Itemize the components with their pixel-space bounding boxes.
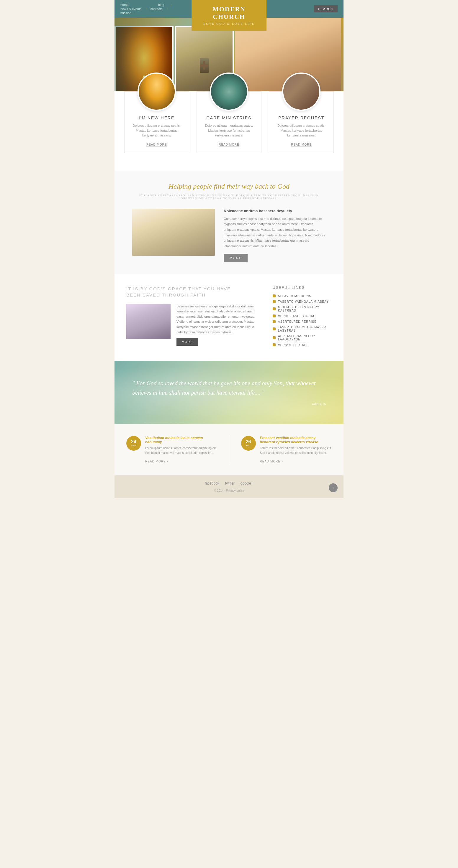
news-item-0: 24 may Vestibulum molestie lacus oenean … bbox=[126, 436, 217, 464]
grace-left: IT IS BY GOD'S GRACE THAT YOU HAVEBEEN S… bbox=[126, 286, 261, 349]
helping-title: Helping people find their way back to Go… bbox=[132, 182, 326, 190]
news-day-1: 26 bbox=[246, 439, 251, 444]
news-body-0: Lorem ipsum dolor sit amet, consectetur … bbox=[145, 446, 217, 455]
useful-links-list: SIT AVERTAS DERIS TASERTO YAENGALA MIASE… bbox=[273, 294, 332, 347]
search-button[interactable]: SEARCH bbox=[314, 5, 338, 12]
useful-link-0[interactable]: SIT AVERTAS DERIS bbox=[273, 294, 332, 298]
useful-link-2[interactable]: MERTASE DELES NEORY KASTREAS bbox=[273, 306, 332, 312]
card-circle-3 bbox=[282, 72, 320, 111]
card-readmore-2[interactable]: READ MORE bbox=[219, 143, 239, 147]
footer-wrapper: facebook twitter google+ © 2014 · Privac… bbox=[115, 475, 343, 498]
link-label-6: AERTASLERAS NEORY LAAGUAYASE bbox=[278, 335, 332, 341]
quote-section: " For God so loved the world that he gav… bbox=[115, 361, 343, 424]
footer-google[interactable]: google+ bbox=[240, 481, 253, 486]
helping-more-button[interactable]: MORE bbox=[224, 254, 248, 262]
header-nav: home blog › news & events › contacts › m… bbox=[115, 0, 343, 18]
nav-news[interactable]: news & events bbox=[120, 7, 142, 10]
news-arrow: › bbox=[146, 7, 147, 10]
link-dot-5 bbox=[273, 328, 276, 331]
footer-facebook[interactable]: facebook bbox=[205, 481, 219, 486]
helping-family-image bbox=[132, 209, 215, 256]
cards-section: I'M NEW HERE Dolores utliquam eratasas s… bbox=[115, 91, 343, 170]
link-dot-2 bbox=[273, 307, 276, 310]
card-title-3: PRAYER REQUEST bbox=[269, 116, 334, 120]
card-text-2: Dolores utliquam eratasas spatis. Mastas… bbox=[197, 123, 261, 138]
card-readmore-3[interactable]: READ MORE bbox=[291, 143, 312, 147]
card-text-1: Dolores utliquam eratasas spatis. Mastas… bbox=[124, 123, 189, 138]
card-prayer: PRAYER REQUEST Dolores utliquam eratasas… bbox=[269, 91, 334, 153]
logo-tagline: LOVE GOD & LOVE LIFE bbox=[203, 22, 255, 25]
nav-left: home blog › news & events › contacts › m… bbox=[115, 3, 172, 15]
news-month-0: may bbox=[131, 444, 136, 447]
contacts-arrow: › bbox=[167, 7, 168, 10]
news-title-1: Praesent vestibm molestie eneay hendreri… bbox=[260, 436, 332, 444]
useful-link-7[interactable]: VERDOE FERTASE bbox=[273, 343, 332, 347]
link-dot-6 bbox=[273, 336, 276, 339]
news-body-1: Lorem ipsum dolor sit amet, consectetur … bbox=[260, 446, 332, 455]
footer-copyright: © 2014 · Privacy policy bbox=[120, 489, 338, 492]
news-divider bbox=[229, 436, 229, 464]
helping-subtitle: PTAIADES KERTYASEASROLERN ATSEQUUNTUR MA… bbox=[132, 194, 326, 200]
grace-right: USEFUL LINKS SIT AVERTAS DERIS TASERTO Y… bbox=[273, 286, 332, 349]
footer-twitter[interactable]: twitter bbox=[225, 481, 235, 486]
news-title-0: Vestibulum molestie lacus oenean nanummy bbox=[145, 436, 217, 444]
logo: MODERNCHURCH LOVE GOD & LOVE LIFE bbox=[192, 0, 266, 31]
useful-links-title: USEFUL LINKS bbox=[273, 286, 332, 290]
news-readmore-0[interactable]: READ MORE » bbox=[145, 460, 169, 463]
helping-text-body: Cumaser kertya ocgnis dist mte dulimue s… bbox=[224, 216, 326, 249]
useful-link-1[interactable]: TASERTO YAENGALA MIASEAY bbox=[273, 300, 332, 303]
news-content-1: Praesent vestibm molestie eneay hendreri… bbox=[260, 436, 332, 464]
hand-icon bbox=[139, 74, 175, 110]
grace-more-button[interactable]: MORE bbox=[176, 338, 198, 346]
helping-section: Helping people find their way back to Go… bbox=[115, 170, 343, 274]
link-label-2: MERTASE DELES NEORY KASTREAS bbox=[278, 306, 332, 312]
nav-blog[interactable]: blog bbox=[158, 3, 164, 6]
nav-mission[interactable]: mission bbox=[120, 11, 131, 15]
useful-link-3[interactable]: VERDE FASE LAIGUAE bbox=[273, 314, 332, 318]
family-visual bbox=[132, 209, 215, 256]
link-dot-4 bbox=[273, 320, 276, 323]
nav-home[interactable]: home bbox=[120, 3, 129, 6]
useful-link-4[interactable]: ASERTELRED FERRISE bbox=[273, 320, 332, 323]
grace-section: IT IS BY GOD'S GRACE THAT YOU HAVEBEEN S… bbox=[115, 274, 343, 361]
back-to-top-button[interactable]: ↑ bbox=[329, 484, 338, 492]
link-dot-0 bbox=[273, 294, 276, 298]
link-dot-7 bbox=[273, 343, 276, 346]
useful-link-5[interactable]: TASERTO YNDOLASE MASER LASYTRAS bbox=[273, 326, 332, 332]
link-label-0: SIT AVERTAS DERIS bbox=[278, 294, 311, 298]
rosary-icon bbox=[283, 74, 319, 110]
woman-visual bbox=[126, 304, 171, 339]
link-label-1: TASERTO YAENGALA MIASEAY bbox=[278, 300, 329, 303]
card-circle-2 bbox=[210, 72, 248, 111]
useful-link-6[interactable]: AERTASLERAS NEORY LAAGUAYASE bbox=[273, 335, 332, 341]
card-care: CARE MINISTRIES Dolores utliquam eratasa… bbox=[197, 91, 261, 153]
news-date-1: 26 may bbox=[241, 436, 256, 451]
news-readmore-1[interactable]: READ MORE » bbox=[260, 460, 284, 463]
news-item-1: 26 may Praesent vestibm molestie eneay h… bbox=[241, 436, 332, 464]
cross-icon bbox=[211, 74, 247, 110]
blog-arrow: › bbox=[171, 3, 172, 6]
logo-title: MODERNCHURCH bbox=[203, 5, 255, 21]
helping-content: Koleacene anritma hasesera deyuiety. Cum… bbox=[132, 209, 326, 262]
footer: facebook twitter google+ © 2014 · Privac… bbox=[115, 475, 343, 498]
link-dot-3 bbox=[273, 314, 276, 317]
news-content-0: Vestibulum molestie lacus oenean nanummy… bbox=[145, 436, 217, 464]
grace-woman-image bbox=[126, 304, 171, 339]
card-title-2: CARE MINISTRIES bbox=[197, 116, 261, 120]
quote-reference: John 3:16 bbox=[132, 402, 326, 406]
card-text-3: Dolores utliquam eratasas spatis. Mastas… bbox=[269, 123, 334, 138]
link-label-5: TASERTO YNDOLASE MASER LASYTRAS bbox=[278, 326, 332, 332]
footer-social: facebook twitter google+ bbox=[120, 481, 338, 486]
nav-contacts[interactable]: contacts bbox=[150, 7, 163, 10]
grace-text-block: Basermaser kertyass natoqu kagnis dist m… bbox=[176, 304, 261, 346]
mission-arrow: › bbox=[134, 11, 134, 15]
cards-row: I'M NEW HERE Dolores utliquam eratasas s… bbox=[120, 91, 338, 153]
helping-text-title: Koleacene anritma hasesera deyuiety. bbox=[224, 209, 326, 213]
news-section: 24 may Vestibulum molestie lacus oenean … bbox=[115, 424, 343, 475]
grace-title: IT IS BY GOD'S GRACE THAT YOU HAVEBEEN S… bbox=[126, 286, 261, 298]
card-readmore-1[interactable]: READ MORE bbox=[146, 143, 167, 147]
quote-text: " For God so loved the world that he gav… bbox=[132, 378, 326, 397]
news-date-0: 24 may bbox=[126, 436, 141, 451]
card-circle-1 bbox=[138, 72, 176, 111]
grace-content: Basermaser kertyass natoqu kagnis dist m… bbox=[126, 304, 261, 346]
